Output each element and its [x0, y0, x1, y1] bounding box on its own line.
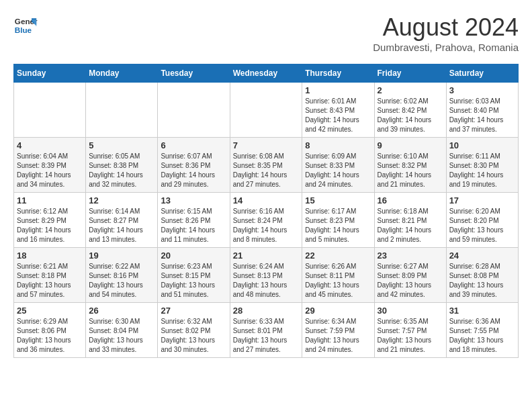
- day-number: 2: [378, 85, 443, 95]
- page-header: General Blue August 2024 Dumbravesti, Pr…: [13, 13, 519, 53]
- day-info: Sunrise: 6:10 AM Sunset: 8:32 PM Dayligh…: [378, 152, 443, 189]
- svg-text:Blue: Blue: [15, 26, 32, 34]
- day-number: 19: [89, 250, 154, 261]
- day-cell: 28Sunrise: 6:33 AM Sunset: 8:01 PM Dayli…: [230, 303, 302, 358]
- calendar-table: SundayMondayTuesdayWednesdayThursdayFrid…: [13, 64, 519, 358]
- day-cell: 7Sunrise: 6:08 AM Sunset: 8:35 PM Daylig…: [230, 138, 302, 193]
- day-number: 1: [305, 85, 371, 95]
- day-info: Sunrise: 6:18 AM Sunset: 8:21 PM Dayligh…: [378, 207, 443, 244]
- day-cell: 25Sunrise: 6:29 AM Sunset: 8:06 PM Dayli…: [14, 303, 86, 358]
- day-number: 13: [161, 195, 226, 205]
- day-cell: 2Sunrise: 6:02 AM Sunset: 8:42 PM Daylig…: [374, 83, 446, 138]
- day-info: Sunrise: 6:20 AM Sunset: 8:20 PM Dayligh…: [449, 207, 515, 244]
- day-number: 26: [89, 306, 154, 316]
- day-number: 29: [305, 306, 371, 316]
- day-info: Sunrise: 6:35 AM Sunset: 7:57 PM Dayligh…: [378, 317, 443, 355]
- day-number: 21: [233, 250, 300, 261]
- day-number: 14: [233, 195, 300, 205]
- day-cell: 20Sunrise: 6:23 AM Sunset: 8:15 PM Dayli…: [158, 248, 230, 303]
- day-info: Sunrise: 6:22 AM Sunset: 8:16 PM Dayligh…: [89, 262, 154, 300]
- day-info: Sunrise: 6:24 AM Sunset: 8:13 PM Dayligh…: [233, 262, 300, 300]
- day-info: Sunrise: 6:32 AM Sunset: 8:02 PM Dayligh…: [161, 317, 226, 355]
- day-cell: 24Sunrise: 6:28 AM Sunset: 8:08 PM Dayli…: [446, 248, 518, 303]
- day-number: 28: [233, 306, 300, 316]
- day-info: Sunrise: 6:23 AM Sunset: 8:15 PM Dayligh…: [161, 262, 226, 300]
- day-number: 6: [161, 140, 226, 150]
- day-cell: [158, 83, 230, 138]
- day-cell: 13Sunrise: 6:15 AM Sunset: 8:26 PM Dayli…: [158, 193, 230, 248]
- day-info: Sunrise: 6:17 AM Sunset: 8:23 PM Dayligh…: [305, 207, 371, 244]
- day-info: Sunrise: 6:36 AM Sunset: 7:55 PM Dayligh…: [449, 317, 515, 355]
- day-cell: 16Sunrise: 6:18 AM Sunset: 8:21 PM Dayli…: [374, 193, 446, 248]
- logo: General Blue: [13, 13, 38, 38]
- day-info: Sunrise: 6:15 AM Sunset: 8:26 PM Dayligh…: [161, 207, 226, 244]
- day-info: Sunrise: 6:11 AM Sunset: 8:30 PM Dayligh…: [449, 152, 515, 189]
- day-number: 16: [378, 195, 443, 205]
- day-cell: 6Sunrise: 6:07 AM Sunset: 8:36 PM Daylig…: [158, 138, 230, 193]
- day-cell: 18Sunrise: 6:21 AM Sunset: 8:18 PM Dayli…: [14, 248, 86, 303]
- day-cell: 30Sunrise: 6:35 AM Sunset: 7:57 PM Dayli…: [374, 303, 446, 358]
- day-number: 23: [378, 250, 443, 261]
- day-number: 24: [449, 250, 515, 261]
- day-number: 27: [161, 306, 226, 316]
- day-info: Sunrise: 6:07 AM Sunset: 8:36 PM Dayligh…: [161, 152, 226, 189]
- day-number: 30: [378, 306, 443, 316]
- day-number: 11: [17, 195, 83, 205]
- month-title: August 2024: [373, 13, 519, 42]
- day-number: 20: [161, 250, 226, 261]
- day-info: Sunrise: 6:26 AM Sunset: 8:11 PM Dayligh…: [305, 262, 371, 300]
- day-info: Sunrise: 6:30 AM Sunset: 8:04 PM Dayligh…: [89, 317, 154, 355]
- day-number: 18: [17, 250, 83, 261]
- day-cell: 31Sunrise: 6:36 AM Sunset: 7:55 PM Dayli…: [446, 303, 518, 358]
- day-number: 12: [89, 195, 154, 205]
- day-cell: 21Sunrise: 6:24 AM Sunset: 8:13 PM Dayli…: [230, 248, 302, 303]
- day-cell: 15Sunrise: 6:17 AM Sunset: 8:23 PM Dayli…: [302, 193, 374, 248]
- day-cell: 11Sunrise: 6:12 AM Sunset: 8:29 PM Dayli…: [14, 193, 86, 248]
- day-info: Sunrise: 6:01 AM Sunset: 8:43 PM Dayligh…: [305, 97, 371, 134]
- day-cell: 19Sunrise: 6:22 AM Sunset: 8:16 PM Dayli…: [86, 248, 158, 303]
- weekday-header-wednesday: Wednesday: [230, 64, 302, 83]
- day-info: Sunrise: 6:09 AM Sunset: 8:33 PM Dayligh…: [305, 152, 371, 189]
- day-info: Sunrise: 6:04 AM Sunset: 8:39 PM Dayligh…: [17, 152, 83, 189]
- day-cell: 23Sunrise: 6:27 AM Sunset: 8:09 PM Dayli…: [374, 248, 446, 303]
- day-cell: 12Sunrise: 6:14 AM Sunset: 8:27 PM Dayli…: [86, 193, 158, 248]
- day-info: Sunrise: 6:08 AM Sunset: 8:35 PM Dayligh…: [233, 152, 300, 189]
- day-info: Sunrise: 6:16 AM Sunset: 8:24 PM Dayligh…: [233, 207, 300, 244]
- day-number: 25: [17, 306, 83, 316]
- day-number: 3: [449, 85, 515, 95]
- day-cell: [86, 83, 158, 138]
- weekday-header-friday: Friday: [374, 64, 446, 83]
- day-info: Sunrise: 6:12 AM Sunset: 8:29 PM Dayligh…: [17, 207, 83, 244]
- weekday-header-monday: Monday: [86, 64, 158, 83]
- day-number: 8: [305, 140, 371, 150]
- weekday-header-row: SundayMondayTuesdayWednesdayThursdayFrid…: [14, 64, 519, 83]
- day-info: Sunrise: 6:27 AM Sunset: 8:09 PM Dayligh…: [378, 262, 443, 300]
- day-cell: 10Sunrise: 6:11 AM Sunset: 8:30 PM Dayli…: [446, 138, 518, 193]
- day-info: Sunrise: 6:29 AM Sunset: 8:06 PM Dayligh…: [17, 317, 83, 355]
- week-row-5: 25Sunrise: 6:29 AM Sunset: 8:06 PM Dayli…: [14, 303, 519, 358]
- weekday-header-saturday: Saturday: [446, 64, 518, 83]
- day-number: 22: [305, 250, 371, 261]
- week-row-3: 11Sunrise: 6:12 AM Sunset: 8:29 PM Dayli…: [14, 193, 519, 248]
- weekday-header-sunday: Sunday: [14, 64, 86, 83]
- day-info: Sunrise: 6:33 AM Sunset: 8:01 PM Dayligh…: [233, 317, 300, 355]
- day-cell: 17Sunrise: 6:20 AM Sunset: 8:20 PM Dayli…: [446, 193, 518, 248]
- day-cell: 22Sunrise: 6:26 AM Sunset: 8:11 PM Dayli…: [302, 248, 374, 303]
- day-cell: 4Sunrise: 6:04 AM Sunset: 8:39 PM Daylig…: [14, 138, 86, 193]
- day-cell: 14Sunrise: 6:16 AM Sunset: 8:24 PM Dayli…: [230, 193, 302, 248]
- weekday-header-thursday: Thursday: [302, 64, 374, 83]
- day-cell: [230, 83, 302, 138]
- day-cell: 8Sunrise: 6:09 AM Sunset: 8:33 PM Daylig…: [302, 138, 374, 193]
- day-number: 9: [378, 140, 443, 150]
- day-info: Sunrise: 6:03 AM Sunset: 8:40 PM Dayligh…: [449, 97, 515, 134]
- day-number: 4: [17, 140, 83, 150]
- day-info: Sunrise: 6:28 AM Sunset: 8:08 PM Dayligh…: [449, 262, 515, 300]
- week-row-2: 4Sunrise: 6:04 AM Sunset: 8:39 PM Daylig…: [14, 138, 519, 193]
- day-cell: 29Sunrise: 6:34 AM Sunset: 7:59 PM Dayli…: [302, 303, 374, 358]
- location-subtitle: Dumbravesti, Prahova, Romania: [373, 42, 519, 53]
- day-number: 7: [233, 140, 300, 150]
- day-cell: 5Sunrise: 6:05 AM Sunset: 8:38 PM Daylig…: [86, 138, 158, 193]
- day-info: Sunrise: 6:34 AM Sunset: 7:59 PM Dayligh…: [305, 317, 371, 355]
- title-block: August 2024 Dumbravesti, Prahova, Romani…: [373, 13, 519, 53]
- day-number: 10: [449, 140, 515, 150]
